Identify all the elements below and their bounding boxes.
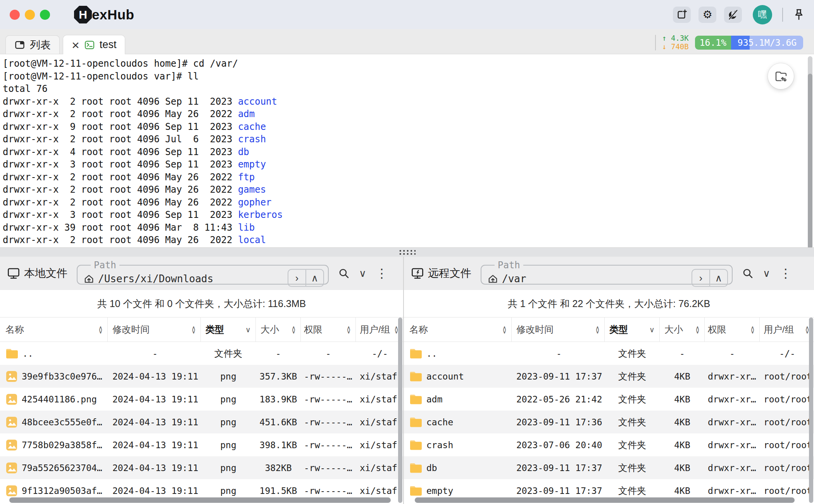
collapse-panel-button[interactable]: ∨ [359,268,366,280]
pin-window-button[interactable] [793,9,805,21]
tab-test[interactable]: × test [63,35,125,54]
table-row[interactable]: 48bcee3c555e0f…2024-04-13 19:11png451.6K… [0,411,403,433]
file-name: .. [22,349,33,359]
column-header-perm[interactable]: 权限∧∨ [705,318,760,342]
table-row[interactable]: adm2022-05-26 21:42文件夹4KBdrwxr-xr…root/r… [404,388,814,411]
column-header-name[interactable]: 名称∧∨ [404,318,512,342]
table-row[interactable]: 4254401186.png2024-04-13 19:11png183.9KB… [0,388,403,411]
file-name: 48bcee3c555e0f… [22,417,102,427]
path-field[interactable]: Path /var › ∧ [481,260,733,285]
file-owner: root/root [760,411,814,433]
file-owner: xi/staff [356,365,403,388]
path-input[interactable]: /Users/xi/Downloads [98,273,213,285]
user-avatar[interactable]: 嘿 [753,5,772,24]
column-header-type[interactable]: 类型∨ [201,318,256,342]
folder-icon [409,485,423,497]
path-go-button[interactable]: › [288,270,306,286]
file-owner: root/root [760,433,814,456]
minimize-window-button[interactable] [25,10,35,20]
terminal-line: [root@VM-12-11-opencloudos var]# ll [3,70,814,83]
column-label: 大小 [260,323,279,336]
column-header-type[interactable]: 类型∨ [605,318,660,342]
column-header-owner[interactable]: 用户/组∧∨ [760,318,814,342]
chevron-down-icon: ∨ [359,268,366,280]
close-tab-icon[interactable]: × [72,38,79,52]
settings-button[interactable]: ⚙ [698,7,716,23]
folder-icon [409,394,423,405]
panel-header: 本地文件 Path /Users/xi/Downloads [0,257,403,290]
column-header-size[interactable]: 大小∧∨ [256,318,301,342]
search-button[interactable] [742,268,754,279]
table-row[interactable]: crash2023-07-06 20:40文件夹4KBdrwxr-xr…root… [404,433,814,456]
table-row[interactable]: ..-文件夹---/- [0,342,403,365]
terminal-scrollbar-thumb[interactable] [808,74,812,249]
search-icon [742,268,754,279]
column-header-time[interactable]: 修改时间∧∨ [108,318,201,342]
table-row[interactable]: cache2023-09-11 17:36文件夹4KBdrwxr-xr…root… [404,411,814,433]
terminal-line: drwxr-xr-x 2 root root 4096 May 26 2022 … [3,183,814,196]
path-go-button[interactable]: › [692,270,710,286]
upload-rate: 4.3K [671,34,689,42]
panel-menu-button[interactable]: ⋮ [376,267,388,280]
path-input[interactable]: /var [502,273,526,285]
table-row[interactable]: 79a55265623704…2024-04-13 19:11png382KB-… [0,456,403,479]
file-name: 79a55265623704… [22,463,102,473]
split-divider[interactable] [0,247,814,257]
file-type: png [201,456,256,479]
filter-chevron-icon: ∨ [245,326,251,333]
table-row[interactable]: 39e9fb33c0e976…2024-04-13 19:11png357.3K… [0,365,403,388]
vertical-scrollbar[interactable] [809,318,813,503]
table-row[interactable]: ..-文件夹---/- [404,342,814,365]
path-field-label: Path [495,260,523,271]
table-row[interactable]: db2023-09-11 17:37文件夹4KBdrwxr-xr…root/ro… [404,456,814,479]
file-time: 2024-04-13 19:11 [108,365,201,388]
drag-handle-icon[interactable] [398,249,416,255]
file-owner: -/- [760,342,814,365]
file-perm: -rw-----… [301,365,356,388]
horizontal-scrollbar[interactable] [415,497,795,503]
kebab-menu-icon: ⋮ [376,267,388,280]
file-time: 2024-04-13 19:11 [108,411,201,433]
file-type: 文件夹 [605,342,660,365]
file-name: .. [426,349,437,359]
close-window-button[interactable] [10,10,20,20]
new-session-button[interactable] [673,7,691,23]
table-row[interactable]: account2023-09-11 17:37文件夹4KBdrwxr-xr…ro… [404,365,814,388]
vertical-scrollbar[interactable] [398,318,402,503]
file-time: - [512,342,605,365]
horizontal-scrollbar[interactable] [9,497,391,503]
column-header-size[interactable]: 大小∧∨ [660,318,705,342]
column-header-owner[interactable]: 用户/组∧∨ [356,318,403,342]
panel-menu-button[interactable]: ⋮ [780,267,792,280]
path-up-button[interactable]: ∧ [306,270,323,286]
table-row[interactable]: 7758b029a3858f…2024-04-13 19:11png398.1K… [0,433,403,456]
terminal[interactable]: [root@VM-12-11-opencloudos home]# cd /va… [0,54,814,247]
theme-toggle-button[interactable] [724,7,742,23]
file-time: 2023-07-06 20:40 [512,433,605,456]
file-transfer-button[interactable] [768,63,794,89]
column-header-perm[interactable]: 权限∧∨ [301,318,356,342]
filter-chevron-icon: ∨ [649,326,655,333]
terminal-line: drwxr-xr-x 2 root root 4096 Sep 11 2023 … [3,95,814,108]
zoom-window-button[interactable] [40,10,50,20]
file-perm: drwxr-xr… [705,456,760,479]
tab-list[interactable]: 列表 [5,35,60,54]
terminal-line: drwxr-xr-x 39 root root 4096 Mar 8 11:43… [3,221,814,234]
column-label: 类型 [205,323,224,336]
collapse-panel-button[interactable]: ∨ [763,268,770,280]
terminal-line: total 76 [3,83,814,95]
download-rate: 740B [671,42,689,51]
table-body: ..-文件夹---/-39e9fb33c0e976…2024-04-13 19:… [0,342,403,502]
file-name: 7758b029a3858f… [22,440,102,450]
file-time: 2022-05-26 21:42 [512,388,605,411]
path-field[interactable]: Path /Users/xi/Downloads › ∧ [77,260,329,285]
stats-divider [655,35,656,50]
column-header-time[interactable]: 修改时间∧∨ [512,318,605,342]
search-button[interactable] [338,268,350,279]
file-time: 2023-09-11 17:36 [512,411,605,433]
column-header-name[interactable]: 名称∧∨ [0,318,108,342]
path-up-button[interactable]: ∧ [710,270,727,286]
chevron-down-icon: ∨ [763,268,770,280]
panel-title-label: 远程文件 [428,266,471,281]
file-type: 文件夹 [605,411,660,433]
